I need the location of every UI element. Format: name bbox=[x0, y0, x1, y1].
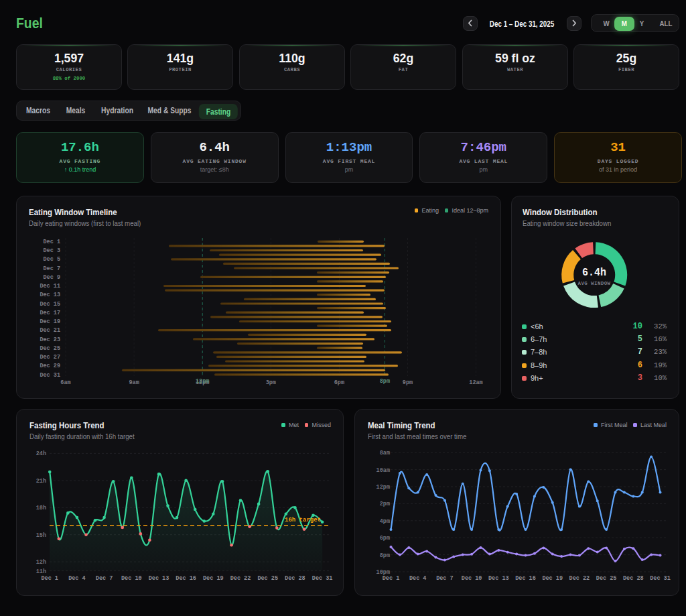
svg-text:Dec 16: Dec 16 bbox=[515, 575, 536, 582]
svg-text:Dec 19: Dec 19 bbox=[542, 575, 563, 582]
svg-text:9am: 9am bbox=[129, 379, 139, 386]
svg-text:8am: 8am bbox=[380, 450, 390, 456]
svg-text:Dec 19: Dec 19 bbox=[40, 318, 60, 325]
svg-text:Dec 28: Dec 28 bbox=[285, 575, 305, 582]
svg-text:Dec 11: Dec 11 bbox=[40, 283, 60, 290]
svg-text:Dec 1: Dec 1 bbox=[43, 239, 60, 245]
svg-text:Dec 3: Dec 3 bbox=[43, 247, 60, 254]
svg-text:4pm: 4pm bbox=[380, 518, 390, 525]
svg-text:12h: 12h bbox=[36, 559, 46, 566]
svg-text:Dec 31: Dec 31 bbox=[40, 372, 60, 379]
svg-text:Dec 13: Dec 13 bbox=[40, 292, 60, 298]
svg-text:2pm: 2pm bbox=[380, 501, 390, 507]
svg-text:12pm: 12pm bbox=[376, 484, 390, 491]
svg-text:12am: 12am bbox=[469, 379, 482, 386]
svg-text:Dec 16: Dec 16 bbox=[176, 575, 196, 582]
svg-text:Dec 22: Dec 22 bbox=[569, 575, 590, 582]
svg-text:12pm: 12pm bbox=[196, 378, 209, 385]
svg-text:Dec 28: Dec 28 bbox=[623, 575, 644, 582]
svg-text:Dec 10: Dec 10 bbox=[121, 575, 142, 582]
svg-text:Dec 19: Dec 19 bbox=[203, 575, 224, 582]
svg-text:Dec 21: Dec 21 bbox=[40, 327, 60, 334]
svg-text:6am: 6am bbox=[60, 379, 70, 386]
svg-text:Dec 31: Dec 31 bbox=[650, 575, 671, 582]
svg-text:Dec 4: Dec 4 bbox=[68, 575, 86, 582]
svg-text:Dec 7: Dec 7 bbox=[436, 575, 454, 582]
svg-text:3pm: 3pm bbox=[266, 379, 276, 386]
svg-text:Dec 23: Dec 23 bbox=[40, 336, 60, 343]
svg-text:6pm: 6pm bbox=[380, 535, 390, 542]
svg-text:Dec 15: Dec 15 bbox=[40, 301, 60, 308]
svg-text:Dec 25: Dec 25 bbox=[257, 575, 278, 582]
svg-text:15h: 15h bbox=[36, 532, 46, 539]
svg-text:Dec 22: Dec 22 bbox=[230, 575, 251, 582]
svg-text:Dec 9: Dec 9 bbox=[43, 274, 60, 281]
svg-text:18h: 18h bbox=[36, 505, 46, 511]
svg-text:6pm: 6pm bbox=[334, 379, 344, 386]
svg-text:Dec 13: Dec 13 bbox=[149, 575, 169, 582]
svg-text:Dec 1: Dec 1 bbox=[41, 575, 58, 582]
svg-text:Dec 4: Dec 4 bbox=[409, 575, 427, 582]
svg-text:24h: 24h bbox=[36, 450, 46, 457]
svg-text:Dec 25: Dec 25 bbox=[40, 345, 60, 352]
svg-text:Dec 25: Dec 25 bbox=[596, 575, 617, 582]
svg-text:11h: 11h bbox=[36, 568, 46, 575]
svg-text:8pm: 8pm bbox=[380, 378, 390, 385]
svg-text:16h target: 16h target bbox=[285, 517, 321, 523]
svg-text:Dec 17: Dec 17 bbox=[40, 310, 60, 316]
svg-text:Dec 10: Dec 10 bbox=[462, 575, 482, 582]
svg-text:Dec 29: Dec 29 bbox=[40, 363, 60, 369]
svg-text:8pm: 8pm bbox=[380, 552, 390, 559]
svg-text:Dec 13: Dec 13 bbox=[488, 575, 509, 582]
svg-text:Dec 31: Dec 31 bbox=[312, 575, 333, 582]
svg-text:21h: 21h bbox=[36, 478, 46, 485]
svg-text:Dec 7: Dec 7 bbox=[96, 575, 113, 582]
svg-text:Dec 27: Dec 27 bbox=[40, 354, 60, 361]
svg-text:Dec 7: Dec 7 bbox=[43, 265, 60, 272]
svg-text:10am: 10am bbox=[376, 467, 390, 474]
svg-text:Dec 1: Dec 1 bbox=[383, 575, 400, 582]
svg-text:Dec 5: Dec 5 bbox=[43, 256, 60, 263]
svg-text:9pm: 9pm bbox=[403, 379, 413, 386]
